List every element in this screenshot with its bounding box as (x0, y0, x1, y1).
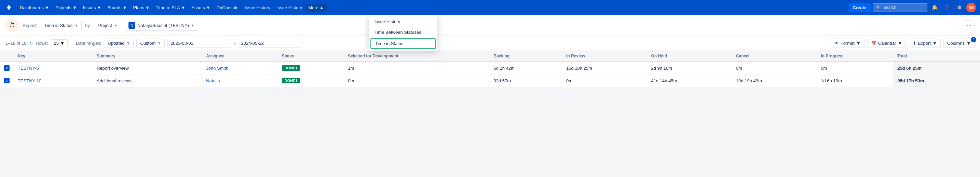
jira-logo[interactable] (4, 3, 14, 12)
chevron-icon: ▼ (75, 24, 78, 27)
table-row: TESTNY-6 Report overview John Smith DONE… (0, 62, 980, 75)
chevron-icon: ▼ (181, 5, 186, 10)
dropdown-menu: Issue History Time Between Statuses Time… (369, 15, 438, 51)
nav-assets[interactable]: Assets ▼ (189, 4, 213, 12)
nav-issues[interactable]: Issues ▼ (80, 4, 104, 12)
columns-button[interactable]: Columns ▼ 2 (943, 38, 975, 48)
row1-total: 25d 6h 25m (893, 62, 980, 75)
calendar-icon: 📅 (871, 41, 877, 46)
col-on-hold[interactable]: On Hold (647, 51, 732, 62)
row2-selected-dev: 0m (344, 75, 489, 87)
report-label: Report: (22, 23, 37, 28)
dropdown-issue-history[interactable]: Issue History (369, 16, 438, 27)
row1-summary: Report overview (92, 62, 202, 75)
col-assignee[interactable]: Assignee (202, 51, 277, 62)
nav-plans[interactable]: Plans ▼ (130, 4, 152, 12)
date-field-select[interactable]: Updated ▼ (104, 38, 134, 48)
dropdown-time-between[interactable]: Time Between Statuses (369, 27, 438, 38)
col-key[interactable]: Key (14, 51, 92, 62)
row1-assignee[interactable]: John Smith (202, 62, 277, 75)
chevron-icon: ▼ (158, 41, 161, 45)
results-count: 1–18 of 18 (5, 41, 26, 46)
row1-checkbox[interactable] (0, 62, 14, 75)
col-in-review[interactable]: In Review (562, 51, 647, 62)
chevron-icon: ▼ (191, 24, 194, 27)
date-separator: - (234, 41, 235, 46)
col-cancel[interactable]: Cancel (732, 51, 817, 62)
nav-issue-history-2[interactable]: Issue History (274, 4, 305, 12)
date-range-type-select[interactable]: Custom ▼ (136, 38, 165, 48)
search-box[interactable]: 🔍 Search (873, 3, 928, 12)
report-type-select[interactable]: Time in Status ▼ (41, 21, 82, 30)
col-in-progress[interactable]: In Progress (817, 51, 893, 62)
notifications-icon[interactable]: 🔔 (929, 2, 940, 13)
navbar-right: Create 🔍 Search 🔔 ❓ ⚙ NS (849, 2, 976, 13)
row2-in-review: 0m (562, 75, 647, 87)
columns-badge: 2 (971, 37, 976, 42)
project-icon: N (129, 22, 135, 29)
download-icon: ⬇ (912, 41, 916, 46)
project-select[interactable]: N NatalyaSaasjet (TESTNY) ▼ (125, 20, 198, 31)
row1-key[interactable]: TESTNY-6 (14, 62, 92, 75)
nav-issue-history-1[interactable]: Issue History (242, 4, 273, 12)
nav-dbconsole[interactable]: DbConsole (214, 4, 241, 12)
user-avatar[interactable]: NS (966, 3, 976, 12)
chevron-icon: ▼ (97, 5, 101, 10)
rows-label: Rows: (35, 41, 48, 46)
create-button[interactable]: Create (849, 3, 871, 12)
chevron-icon: ▼ (206, 5, 210, 10)
by-label: by: (85, 23, 91, 28)
row2-in-progress: 1d 6h 19m (817, 75, 893, 87)
chevron-icon: ▼ (60, 41, 65, 46)
row2-checkbox[interactable] (0, 75, 14, 87)
col-backlog[interactable]: Backlog (490, 51, 562, 62)
svg-point-1 (8, 6, 10, 9)
row2-cancel: 19d 19h 49m (732, 75, 817, 87)
checkbox-checked[interactable] (4, 78, 10, 83)
more-options-button[interactable]: ··· (964, 20, 975, 30)
refresh-icon[interactable]: ↻ (29, 41, 33, 46)
col-selected-dev[interactable]: Selected for Development (344, 51, 489, 62)
row2-assignee[interactable]: Natalia (202, 75, 277, 87)
calendar-button[interactable]: 📅 Calendar ▼ (867, 38, 906, 48)
filters-bar: 1–18 of 18 ↻ Rows: 25 ▼ Date ranges: Upd… (0, 36, 980, 51)
rows-select[interactable]: 25 ▼ (51, 39, 68, 47)
nav-boards[interactable]: Boards ▼ (105, 4, 129, 12)
nav-more[interactable]: More ▲ (305, 4, 327, 12)
row1-in-progress: 0m (817, 62, 893, 75)
export-button[interactable]: ⬇ Export ▼ (908, 38, 940, 48)
col-summary[interactable]: Summary (92, 51, 202, 62)
settings-icon[interactable]: ⚙ (954, 2, 964, 13)
row1-status: DONE1 (278, 62, 344, 75)
col-checkbox (0, 51, 14, 62)
row2-key[interactable]: TESTNY-10 (14, 75, 92, 87)
help-icon[interactable]: ❓ (942, 2, 952, 13)
toolbar: ⏱ Report: Time in Status ▼ by: Project ▼… (0, 15, 980, 36)
date-to-input[interactable] (238, 39, 301, 48)
by-type-select[interactable]: Project ▼ (95, 21, 121, 30)
nav-dashboards[interactable]: Dashboards ▼ (17, 4, 52, 12)
row1-cancel: 0m (732, 62, 817, 75)
report-icon: ⏱ (5, 18, 19, 32)
chevron-icon: ▼ (898, 41, 902, 46)
chevron-icon: ▼ (123, 5, 127, 10)
date-from-input[interactable] (167, 39, 231, 48)
nav-time-to-sla[interactable]: Time to SLA ▼ (153, 4, 188, 12)
chevron-icon: ▲ (320, 5, 324, 10)
col-status[interactable]: Status (278, 51, 344, 62)
format-button[interactable]: 👁 Format ▼ (830, 38, 864, 48)
nav-projects[interactable]: Projects ▼ (52, 4, 80, 12)
chevron-icon: ▼ (856, 41, 861, 46)
chevron-icon: ▼ (145, 5, 150, 10)
row1-on-hold: 2d 9h 16m (647, 62, 732, 75)
table-header-row: Key Summary Assignee Status Selected for… (0, 51, 980, 62)
checkbox-checked[interactable] (4, 65, 10, 71)
search-icon: 🔍 (876, 5, 881, 10)
row2-backlog: 33d 57m (490, 75, 562, 87)
eye-icon: 👁 (834, 41, 839, 46)
row1-selected-dev: 1m (344, 62, 489, 75)
chevron-icon: ▼ (45, 5, 49, 10)
col-total[interactable]: Total (893, 51, 980, 62)
row2-total: 95d 17h 53m (893, 75, 980, 87)
dropdown-time-in-status[interactable]: Time in Status (371, 38, 436, 49)
